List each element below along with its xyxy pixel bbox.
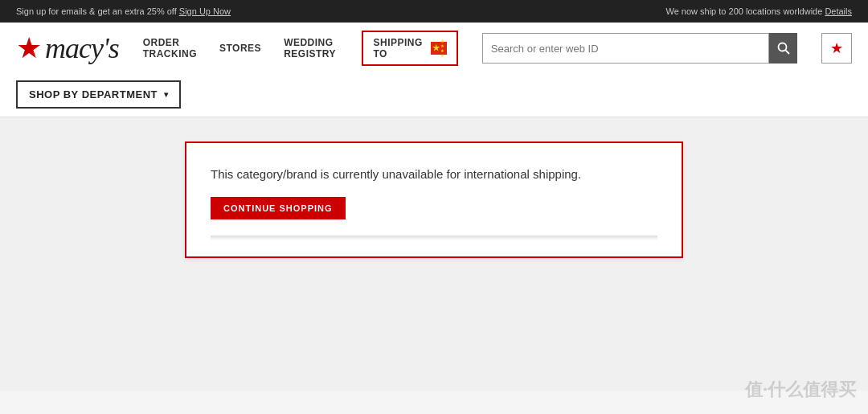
error-message: This category/brand is currently unavail… [211, 167, 657, 181]
search-area [482, 33, 797, 64]
chevron-down-icon: ▾ [164, 90, 169, 99]
banner-right-text: We now ship to 200 locations worldwide [665, 6, 825, 16]
continue-shopping-button[interactable]: CONTINUE SHOPPING [211, 197, 346, 219]
shop-by-department-button[interactable]: SHOP BY DEPARTMENT ▾ [16, 80, 181, 109]
header-right-icons: ★ [821, 33, 852, 64]
banner-left-text: Sign up for emails & get an extra 25% of… [16, 6, 179, 16]
signup-link[interactable]: Sign Up Now [179, 6, 231, 16]
logo-text: macy's [45, 31, 119, 65]
header-bottom: SHOP BY DEPARTMENT ▾ [16, 74, 852, 117]
svg-point-0 [778, 43, 786, 51]
wishlist-button[interactable]: ★ [821, 33, 852, 64]
header-top: ★ macy's ORDER TRACKING STORES WEDDING R… [16, 23, 852, 74]
main-nav: ORDER TRACKING STORES WEDDING REGISTRY S… [143, 31, 458, 66]
china-flag-icon: ★ ★ ★ ★ ★ [431, 42, 447, 55]
logo-star-icon: ★ [16, 34, 42, 63]
search-icon [777, 42, 790, 55]
banner-left: Sign up for emails & get an extra 25% of… [16, 6, 231, 16]
logo[interactable]: ★ macy's [16, 31, 119, 65]
shipping-to-box[interactable]: SHIPPING TO ★ ★ ★ ★ ★ [362, 31, 457, 66]
banner-right: We now ship to 200 locations worldwide D… [665, 6, 852, 16]
error-card: This category/brand is currently unavail… [185, 141, 683, 258]
nav-order-tracking[interactable]: ORDER TRACKING [143, 37, 197, 59]
nav-shipping-to-label: SHIPPING TO [373, 37, 426, 59]
nav-wedding-registry[interactable]: WEDDING REGISTRY [284, 37, 339, 59]
svg-line-1 [785, 51, 789, 55]
main-content: This category/brand is currently unavail… [0, 117, 868, 391]
shop-button-label: SHOP BY DEPARTMENT [29, 88, 158, 100]
details-link[interactable]: Details [825, 6, 852, 16]
search-button[interactable] [769, 33, 797, 64]
star-icon: ★ [830, 39, 843, 57]
nav-stores[interactable]: STORES [219, 43, 261, 54]
header: ★ macy's ORDER TRACKING STORES WEDDING R… [0, 23, 868, 117]
search-input[interactable] [482, 33, 770, 64]
top-banner: Sign up for emails & get an extra 25% of… [0, 0, 868, 23]
